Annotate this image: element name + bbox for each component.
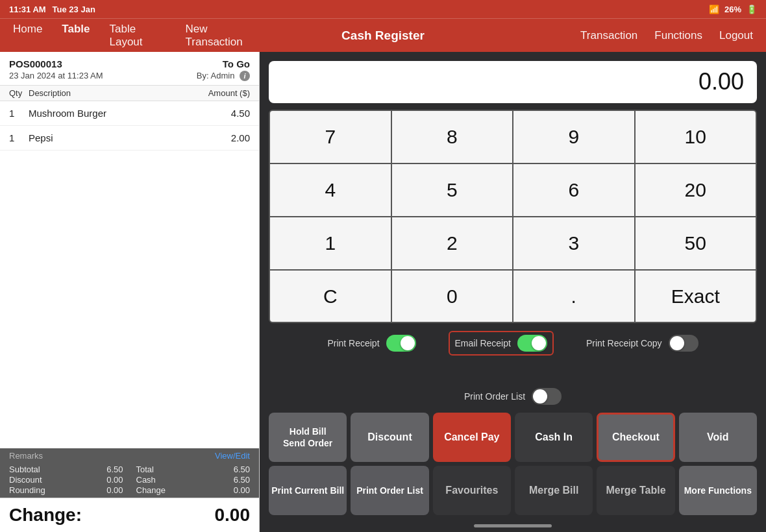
nav-home[interactable]: Home (13, 23, 42, 49)
numpad-7[interactable]: 7 (270, 111, 391, 163)
change-display-value: 0.00 (215, 505, 251, 526)
nav-logout[interactable]: Logout (719, 29, 753, 42)
item-qty-1: 1 (9, 132, 29, 143)
email-receipt-label: Email Receipt (455, 338, 511, 348)
nav-title: Cash Register (341, 29, 425, 42)
print-receipt-copy-toggle[interactable] (669, 335, 698, 352)
print-receipt-toggle[interactable] (386, 335, 416, 352)
main-content: POS000013 To Go 23 Jan 2024 at 11:23 AM … (0, 52, 766, 532)
home-indicator (474, 524, 552, 527)
battery-level: 26% (724, 5, 741, 14)
print-order-list-toggle[interactable] (532, 388, 562, 405)
nav-transaction[interactable]: Transaction (580, 29, 637, 42)
print-order-list-toggle-group: Print Order List (464, 388, 562, 405)
wifi-icon: 📶 (709, 5, 719, 14)
status-time: 11:31 AM (9, 5, 46, 14)
col-desc-header: Description (29, 88, 204, 98)
numpad: 7 8 9 10 4 5 6 20 1 2 3 50 C 0 . Exact (269, 110, 757, 323)
print-order-list-button[interactable]: Print Order List (351, 466, 428, 515)
numpad-3[interactable]: 3 (513, 217, 634, 269)
action-buttons-row1: Hold BillSend Order Discount Cancel Pay … (269, 413, 757, 462)
numpad-50[interactable]: 50 (636, 217, 756, 269)
remarks-label: Remarks (9, 451, 43, 461)
hold-bill-button[interactable]: Hold BillSend Order (269, 413, 347, 462)
col-qty-header: Qty (9, 88, 29, 98)
numpad-1[interactable]: 1 (270, 217, 391, 269)
nav-new-transaction[interactable]: New Transaction (186, 23, 260, 49)
discount-button[interactable]: Discount (351, 413, 428, 462)
print-current-bill-button[interactable]: Print Current Bill (269, 466, 347, 515)
merge-bill-button[interactable]: Merge Bill (515, 466, 593, 515)
item-amt-0: 4.50 (204, 108, 250, 119)
subtotal-label: Subtotal (9, 465, 40, 474)
receipt-item-1[interactable]: 1 Pepsi 2.00 (0, 126, 259, 151)
print-receipt-copy-toggle-group: Print Receipt Copy (586, 331, 698, 356)
display-value: 0.00 (698, 68, 744, 95)
total-label: Total (136, 465, 154, 474)
numpad-10[interactable]: 10 (636, 111, 756, 163)
item-amt-1: 2.00 (204, 132, 250, 143)
merge-table-button[interactable]: Merge Table (597, 466, 674, 515)
numpad-8[interactable]: 8 (392, 111, 513, 163)
change-bar: Change: 0.00 (0, 498, 259, 532)
favourites-button[interactable]: Favourites (433, 466, 511, 515)
more-functions-button[interactable]: More Functions (679, 466, 757, 515)
col-amt-header: Amount ($) (204, 88, 250, 98)
item-desc-0: Mushroom Burger (29, 108, 204, 119)
print-order-list-label: Print Order List (464, 391, 525, 402)
print-receipt-copy-label: Print Receipt Copy (586, 338, 662, 348)
change-label: Change (136, 485, 166, 495)
numpad-9[interactable]: 9 (513, 111, 634, 163)
bottom-bar (269, 519, 757, 532)
receipt-items-list: 1 Mushroom Burger 4.50 1 Pepsi 2.00 (0, 101, 259, 448)
receipt-panel: POS000013 To Go 23 Jan 2024 at 11:23 AM … (0, 52, 260, 532)
subtotal-value: 6.50 (106, 465, 123, 474)
cash-value: 6.50 (234, 475, 250, 485)
numpad-5[interactable]: 5 (392, 164, 513, 216)
toggles-row: Print Receipt Email Receipt Print Receip… (269, 331, 757, 405)
nav-table-layout[interactable]: Table Layout (110, 23, 166, 49)
right-panel: 0.00 7 8 9 10 4 5 6 20 1 2 3 50 C 0 . Ex… (260, 52, 766, 532)
receipt-column-headers: Qty Description Amount ($) (0, 86, 259, 101)
numpad-exact[interactable]: Exact (636, 271, 756, 322)
total-value: 6.50 (234, 465, 250, 474)
email-receipt-toggle[interactable] (517, 335, 547, 352)
info-icon[interactable]: i (240, 71, 250, 81)
numpad-2[interactable]: 2 (392, 217, 513, 269)
numpad-clear[interactable]: C (270, 271, 391, 322)
numpad-6[interactable]: 6 (513, 164, 634, 216)
status-bar: 11:31 AM Tue 23 Jan 📶 26% 🔋 (0, 0, 766, 18)
rounding-label: Rounding (9, 485, 45, 495)
receipt-item-0[interactable]: 1 Mushroom Burger 4.50 (0, 101, 259, 126)
rounding-value: 0.00 (106, 485, 123, 495)
void-button[interactable]: Void (679, 413, 757, 462)
receipt-type: To Go (223, 58, 250, 69)
receipt-by: By: Admin i (197, 71, 250, 81)
receipt-summary: Subtotal 6.50 Total 6.50 Discount 0.00 C… (0, 462, 259, 498)
status-date: Tue 23 Jan (53, 5, 95, 14)
nav-functions[interactable]: Functions (654, 29, 702, 42)
cancel-pay-button[interactable]: Cancel Pay (433, 413, 511, 462)
numpad-4[interactable]: 4 (270, 164, 391, 216)
view-edit-button[interactable]: View/Edit (215, 451, 250, 461)
checkout-button[interactable]: Checkout (597, 413, 674, 462)
discount-label: Discount (9, 475, 42, 485)
numpad-0[interactable]: 0 (392, 271, 513, 322)
change-display-label: Change: (9, 505, 82, 526)
battery-icon: 🔋 (747, 5, 757, 14)
print-receipt-toggle-group: Print Receipt (327, 331, 415, 356)
pos-id: POS000013 (9, 58, 62, 69)
email-receipt-toggle-group: Email Receipt (449, 331, 554, 356)
item-desc-1: Pepsi (29, 132, 204, 143)
numpad-20[interactable]: 20 (636, 164, 756, 216)
numpad-decimal[interactable]: . (513, 271, 634, 322)
nav-table[interactable]: Table (62, 23, 90, 49)
calculator-display: 0.00 (269, 61, 757, 103)
cash-label: Cash (136, 475, 156, 485)
change-value: 0.00 (234, 485, 250, 495)
nav-bar: Home Table Table Layout New Transaction … (0, 18, 766, 52)
discount-value: 0.00 (106, 475, 123, 485)
action-buttons-row2: Print Current Bill Print Order List Favo… (269, 466, 757, 515)
cash-in-button[interactable]: Cash In (515, 413, 593, 462)
print-receipt-label: Print Receipt (327, 338, 379, 348)
